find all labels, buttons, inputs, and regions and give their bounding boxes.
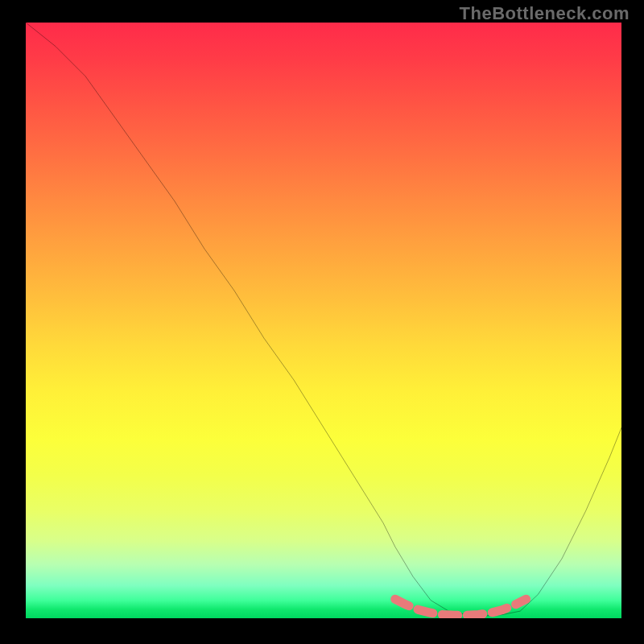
chart-frame: TheBottleneck.com bbox=[0, 0, 644, 644]
watermark-text: TheBottleneck.com bbox=[460, 3, 630, 24]
plot-area bbox=[26, 23, 621, 618]
optimal-zone-marker bbox=[395, 599, 526, 615]
chart-svg bbox=[26, 23, 621, 618]
bottleneck-curve bbox=[26, 23, 621, 616]
